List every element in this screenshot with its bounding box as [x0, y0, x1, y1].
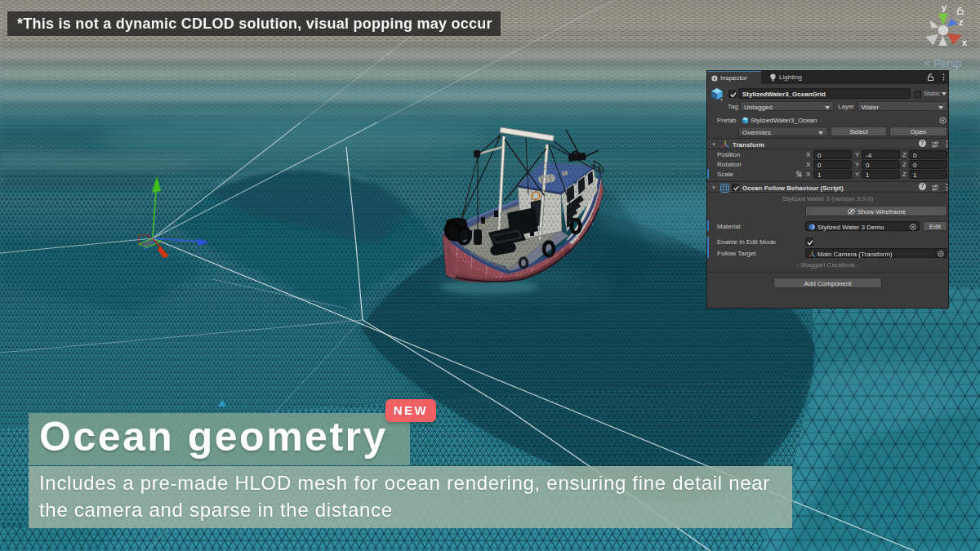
svg-text:i: i — [714, 75, 715, 81]
svg-text:x: x — [962, 38, 968, 47]
svg-text:y: y — [942, 2, 947, 12]
svg-text:z: z — [959, 17, 964, 27]
